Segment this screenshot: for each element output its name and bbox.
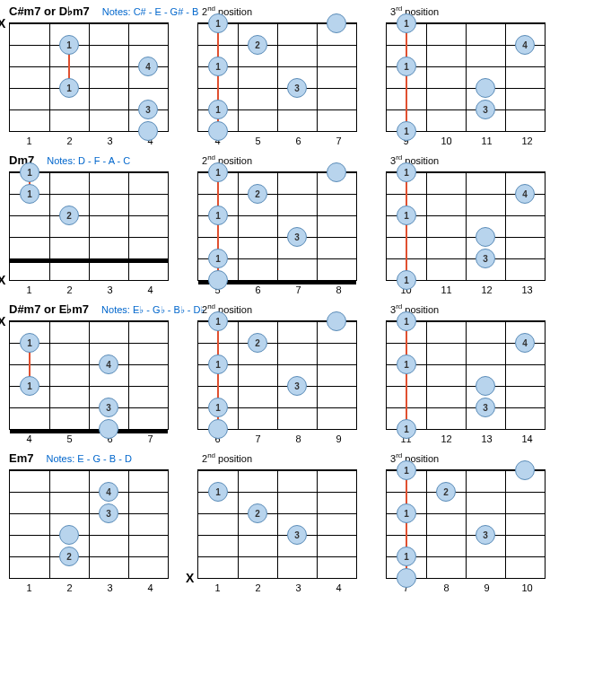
fret-numbers: 1234 <box>9 582 170 593</box>
notes-label: Notes: <box>46 453 74 464</box>
finger-dot: 1 <box>208 398 228 417</box>
finger-dot: 1 <box>20 184 39 204</box>
finger-dot: 1 <box>208 57 228 76</box>
finger-dot <box>59 525 79 545</box>
position-column: 3rd position141319101112 <box>386 4 547 146</box>
finger-dot: 1 <box>20 333 39 353</box>
finger-dot: 3 <box>287 227 307 247</box>
chord-diagram: 1413X1234 <box>9 22 170 146</box>
position-column: Dm7Notes: D - F - A - C112X1234 <box>9 153 170 295</box>
finger-dot: 3 <box>99 398 118 417</box>
finger-dot: 1 <box>397 547 416 566</box>
chord-diagram: 123X1234 <box>197 469 359 593</box>
position-column: 2nd position121316789 <box>197 302 359 444</box>
finger-dot: 1 <box>208 311 228 331</box>
finger-dot: 1 <box>208 206 228 225</box>
finger-dot: 1 <box>208 100 228 119</box>
finger-dot <box>327 13 346 33</box>
chord-row: Dm7Notes: D - F - A - C112X12342nd posit… <box>9 153 602 295</box>
finger-dot: 1 <box>397 57 416 76</box>
finger-dot: 1 <box>20 162 39 182</box>
barre-line <box>406 321 407 429</box>
finger-dot: 1 <box>208 13 228 33</box>
finger-dot: 1 <box>20 376 39 396</box>
position-column: 2nd position121315678 <box>197 153 359 295</box>
fret-numbers: 1234 <box>9 284 170 295</box>
notes-value: C# - E - G# - B <box>131 6 199 17</box>
finger-dot: 4 <box>515 184 535 204</box>
finger-dot: 3 <box>476 249 495 268</box>
chord-row: C#m7 or D♭m7Notes: C# - E - G# - B1413X1… <box>9 4 602 146</box>
finger-dot: 1 <box>397 162 416 182</box>
finger-dot <box>476 78 495 98</box>
finger-dot: 1 <box>397 270 416 290</box>
finger-dot <box>208 121 228 141</box>
finger-dot: 1 <box>397 503 416 523</box>
chord-diagram: 1413X4567 <box>9 320 170 444</box>
finger-dot: 1 <box>59 78 79 98</box>
chord-row: D#m7 or E♭m7Notes: E♭ - G♭ - B♭ - D♭1413… <box>9 302 602 444</box>
notes-value: E♭ - G♭ - B♭ - D♭ <box>130 304 205 315</box>
finger-dot <box>208 419 228 439</box>
finger-dot: 1 <box>208 482 228 502</box>
fret-numbers: 1234 <box>197 582 359 593</box>
position-column: 3rd position1413111121314 <box>386 302 547 444</box>
notes-value: D - F - A - C <box>75 155 130 166</box>
finger-dot: 4 <box>515 333 535 353</box>
mute-marker: X <box>0 273 5 287</box>
chord-diagram: 121315678 <box>197 171 359 295</box>
notes-label: Notes: <box>101 304 130 315</box>
finger-dot: 3 <box>138 100 158 119</box>
finger-dot: 1 <box>397 460 416 480</box>
finger-dot: 2 <box>248 35 267 55</box>
notes-value: E - G - B - D <box>74 453 132 464</box>
chord-name: Em7 <box>9 451 33 465</box>
finger-dot: 1 <box>397 13 416 33</box>
finger-dot: 1 <box>397 121 416 141</box>
position-column: 2nd position121314567 <box>197 4 359 146</box>
finger-dot: 1 <box>397 206 416 225</box>
finger-dot: 1 <box>397 311 416 331</box>
finger-dot <box>515 460 535 480</box>
position-column: 3rd position1213178910 <box>386 451 547 593</box>
finger-dot: 2 <box>248 333 267 353</box>
chord-name: C#m7 or D♭m7 <box>9 4 90 18</box>
position-column: D#m7 or E♭m7Notes: E♭ - G♭ - B♭ - D♭1413… <box>9 302 170 444</box>
finger-dot: 3 <box>99 503 118 523</box>
notes-label: Notes: <box>102 6 131 17</box>
position-column: 2nd position123X1234 <box>197 451 359 593</box>
position-column: C#m7 or D♭m7Notes: C# - E - G# - B1413X1… <box>9 4 170 146</box>
finger-dot: 2 <box>436 482 456 502</box>
finger-dot: 1 <box>208 162 228 182</box>
finger-dot <box>476 227 495 247</box>
finger-dot: 1 <box>208 249 228 268</box>
position-column: 3rd position1413110111213 <box>386 153 547 295</box>
finger-dot: 3 <box>287 525 307 545</box>
chord-diagram: 112X1234 <box>9 171 170 295</box>
finger-dot: 4 <box>138 57 158 76</box>
finger-dot <box>99 419 118 439</box>
mute-marker: X <box>186 571 194 585</box>
chord-diagram: 121316789 <box>197 320 359 444</box>
finger-dot: 1 <box>397 354 416 374</box>
chord-diagram: 4321234 <box>9 469 170 593</box>
finger-dot: 1 <box>397 419 416 439</box>
chord-diagram: 1413111121314 <box>386 320 547 444</box>
finger-dot: 2 <box>59 547 79 566</box>
finger-dot: 3 <box>287 78 307 98</box>
chord-diagram: 1413110111213 <box>386 171 547 295</box>
finger-dot: 3 <box>287 376 307 396</box>
barre-line <box>406 172 407 280</box>
finger-dot <box>397 568 416 588</box>
finger-dot: 4 <box>99 482 118 502</box>
chord-diagram: 121314567 <box>197 22 359 146</box>
finger-dot: 1 <box>59 35 79 55</box>
finger-dot: 2 <box>248 184 267 204</box>
finger-dot: 3 <box>476 100 495 119</box>
position-column: Em7Notes: E - G - B - D4321234 <box>9 451 170 593</box>
finger-dot: 3 <box>476 525 495 545</box>
finger-dot <box>476 376 495 396</box>
finger-dot: 2 <box>248 503 267 523</box>
notes-label: Notes: <box>47 155 75 166</box>
chord-name: D#m7 or E♭m7 <box>9 302 89 316</box>
